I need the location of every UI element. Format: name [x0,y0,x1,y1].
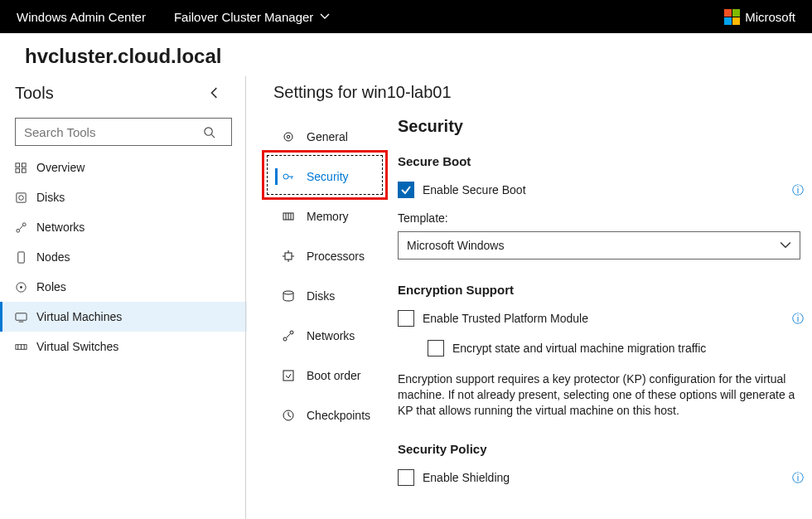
info-icon[interactable]: ⓘ [792,471,804,486]
virtual-switches-icon [15,341,36,353]
svg-point-13 [20,286,22,289]
svg-line-41 [288,415,291,417]
tools-search[interactable] [15,118,232,146]
template-select[interactable]: Microsoft Windows [398,231,800,260]
settings-nav-checkpoints[interactable]: Checkpoints [273,395,398,435]
settings-nav-security[interactable]: Security [273,157,398,196]
svg-rect-38 [283,371,293,381]
key-icon [282,170,307,183]
svg-rect-4 [16,168,20,172]
settings-nav-disks[interactable]: Disks [273,276,398,316]
vertical-divider [245,76,246,519]
sidebar-item-label: Roles [36,280,66,293]
template-label: Template: [398,211,804,225]
svg-rect-3 [22,162,26,167]
sidebar-item-virtual-switches[interactable]: Virtual Switches [0,332,247,361]
sidebar-item-label: Overview [36,161,85,174]
svg-rect-29 [285,253,292,260]
disk-icon [282,289,307,303]
sidebar-item-disks[interactable]: Disks [0,182,247,212]
settings-nav-general[interactable]: General [273,117,398,157]
microsoft-logo-icon [724,9,740,25]
sidebar-item-label: Disks [36,191,65,204]
encrypt-traffic-label: Encrypt state and virtual machine migrat… [452,342,706,355]
settings-nav-networks[interactable]: Networks [273,316,398,356]
sidebar-item-virtual-machines[interactable]: Virtual Machines [0,302,247,332]
nav-label: Checkpoints [307,409,370,422]
svg-point-8 [17,229,20,232]
nav-label: Networks [307,329,355,342]
context-switcher[interactable]: Failover Cluster Manager [174,10,330,24]
secure-boot-section: Secure Boot Enable Secure Boot ⓘ Templat… [398,154,804,260]
enable-tpm-checkbox[interactable] [398,310,414,327]
tools-heading: Tools [15,84,54,103]
svg-rect-6 [17,192,26,201]
encryption-heading: Encryption Support [398,283,804,297]
settings-nav-boot-order[interactable]: Boot order [273,356,398,395]
info-icon[interactable]: ⓘ [792,312,804,327]
security-policy-heading: Security Policy [398,442,804,456]
sidebar-item-roles[interactable]: Roles [0,272,247,302]
top-bar: Windows Admin Center Failover Cluster Ma… [0,0,812,33]
sidebar-item-label: Virtual Switches [36,340,118,353]
svg-point-0 [205,127,212,134]
nav-label: General [307,130,348,143]
microsoft-logo-text: Microsoft [745,10,795,24]
sidebar-collapse-button[interactable] [209,87,232,99]
encryption-section: Encryption Support Enable Trusted Platfo… [398,283,804,419]
secure-boot-heading: Secure Boot [398,154,804,168]
nav-label: Processors [307,250,365,263]
settings-nav: General Security Memory Processors Disks [273,117,398,511]
settings-nav-memory[interactable]: Memory [273,196,398,236]
security-policy-section: Security Policy Enable Shielding ⓘ [398,442,804,487]
enable-secure-boot-checkbox[interactable] [398,182,414,198]
nodes-icon [15,251,36,264]
product-brand: Windows Admin Center [17,10,146,24]
encrypt-traffic-checkbox[interactable] [428,340,444,357]
settings-nav-processors[interactable]: Processors [273,236,398,276]
boot-order-icon [282,369,307,382]
gear-icon [282,130,307,143]
networks-icon [15,221,36,234]
enable-shielding-checkbox[interactable] [398,469,414,486]
svg-point-36 [290,331,293,334]
tools-sidebar: Tools Overview Disks Networks [0,76,247,519]
search-icon [203,126,231,138]
sidebar-item-label: Networks [36,221,85,234]
settings-region: Settings for win10-lab01 General Securit… [273,76,804,511]
svg-point-35 [283,337,287,341]
encryption-help-text: Encryption support requires a key protec… [398,371,800,419]
tools-list: Overview Disks Networks Nodes Roles Virt… [0,153,247,361]
svg-point-7 [19,195,24,200]
svg-rect-11 [18,251,25,262]
svg-point-9 [22,222,26,226]
sidebar-item-label: Nodes [36,250,70,264]
svg-point-20 [284,133,292,141]
info-icon[interactable]: ⓘ [792,183,804,198]
enable-secure-boot-label: Enable Secure Boot [423,183,526,196]
overview-icon [15,162,36,174]
microsoft-logo: Microsoft [724,9,795,25]
nav-label: Memory [307,210,349,223]
checkpoints-icon [282,409,307,422]
sidebar-item-networks[interactable]: Networks [0,212,247,242]
pane-title: Security [398,117,804,136]
settings-title: Settings for win10-lab01 [273,83,804,102]
networks-icon [282,329,307,342]
search-input[interactable] [16,125,203,139]
svg-line-37 [287,334,290,337]
sidebar-item-nodes[interactable]: Nodes [0,242,247,272]
sidebar-item-overview[interactable]: Overview [0,153,247,182]
roles-icon [15,281,36,293]
host-name-header: hvcluster.cloud.local [0,33,812,71]
svg-point-22 [283,174,288,179]
svg-rect-14 [16,313,27,319]
disks-icon [15,192,36,204]
chevron-down-icon [780,240,791,251]
enable-tpm-label: Enable Trusted Platform Module [423,312,588,325]
memory-icon [282,210,307,223]
enable-shielding-label: Enable Shielding [423,471,510,484]
svg-line-10 [20,226,23,229]
chevron-down-icon [320,12,330,22]
nav-label: Security [307,170,349,183]
